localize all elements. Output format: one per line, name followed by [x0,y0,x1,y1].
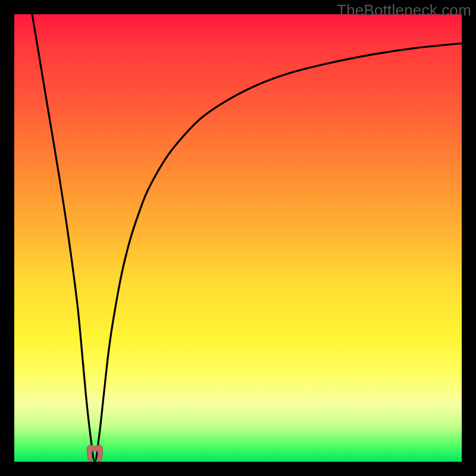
chart-frame: TheBottleneck.com [0,0,476,476]
chart-plot-area [14,14,462,462]
chart-svg [14,14,462,462]
bottleneck-curve [32,14,462,462]
minimum-u-marker-icon [87,445,102,462]
watermark-text: TheBottleneck.com [337,1,471,20]
